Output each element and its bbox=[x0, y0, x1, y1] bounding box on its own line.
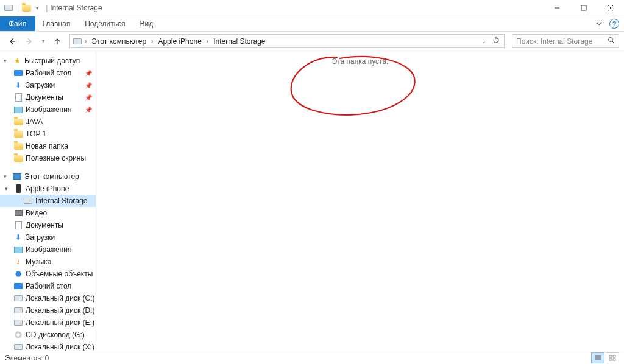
view-icons-button[interactable] bbox=[606, 352, 619, 363]
svg-rect-15 bbox=[613, 359, 615, 360]
ribbon: Файл Главная Поделиться Вид ? bbox=[0, 16, 624, 32]
search-input[interactable] bbox=[516, 37, 608, 46]
sidebar-item-label: Объемные объекты bbox=[26, 270, 93, 278]
sidebar-item-label: Видео bbox=[26, 209, 47, 217]
quick-access-group: ▾ ★ Быстрый доступ Рабочий стол📌⬇Загрузк… bbox=[0, 55, 96, 164]
chevron-right-icon[interactable]: › bbox=[85, 38, 87, 44]
sidebar-item[interactable]: Локальный диск (C:) bbox=[0, 292, 96, 304]
search-box[interactable] bbox=[512, 34, 619, 48]
sidebar-item[interactable]: Локальный диск (D:) bbox=[0, 304, 96, 317]
sidebar-item[interactable]: Локальный диск (E:) bbox=[0, 317, 96, 329]
pin-icon: 📌 bbox=[85, 107, 92, 113]
disk-icon bbox=[13, 293, 23, 303]
explorer-body: ▾ ★ Быстрый доступ Рабочий стол📌⬇Загрузк… bbox=[0, 51, 624, 351]
up-button[interactable] bbox=[50, 34, 65, 49]
sidebar-item[interactable]: ⬇Загрузки bbox=[0, 231, 96, 243]
sidebar-item[interactable]: Изображения📌 bbox=[0, 103, 96, 116]
sidebar-item-label: Apple iPhone bbox=[26, 184, 69, 193]
sidebar-item-label: Локальный диск (E:) bbox=[26, 318, 94, 327]
sidebar-item[interactable]: TOP 1 bbox=[0, 128, 96, 140]
down-icon: ⬇ bbox=[13, 233, 23, 242]
breadcrumb-item[interactable]: Apple iPhone bbox=[155, 36, 204, 47]
sidebar-item[interactable]: Internal Storage bbox=[0, 195, 96, 207]
sidebar-item[interactable]: Новая папка bbox=[0, 140, 96, 152]
this-pc-header[interactable]: ▾ Этот компьютер bbox=[0, 170, 96, 183]
cd-icon bbox=[13, 330, 23, 340]
sidebar-item-label: Документы bbox=[26, 221, 63, 229]
chevron-right-icon[interactable]: › bbox=[207, 38, 208, 44]
close-button[interactable] bbox=[597, 0, 624, 16]
pic-icon bbox=[13, 105, 23, 114]
sidebar-item-label: Музыка bbox=[26, 257, 51, 266]
breadcrumb-item[interactable]: Этот компьютер bbox=[89, 36, 149, 47]
sidebar-item[interactable]: Рабочий стол bbox=[0, 280, 96, 292]
svg-rect-13 bbox=[613, 355, 615, 357]
drive-icon bbox=[4, 3, 13, 13]
tab-view[interactable]: Вид bbox=[132, 16, 160, 31]
forward-button[interactable] bbox=[22, 34, 37, 49]
quick-access-label: Быстрый доступ bbox=[24, 57, 80, 65]
ribbon-expand-icon[interactable] bbox=[591, 16, 607, 31]
sidebar-item[interactable]: Рабочий стол📌 bbox=[0, 67, 96, 79]
sidebar-item[interactable]: CD-дисковод (G:) bbox=[0, 329, 96, 341]
pic-icon bbox=[13, 245, 23, 254]
sidebar-item[interactable]: JAVA bbox=[0, 116, 96, 128]
recent-dropdown-icon[interactable]: ▾ bbox=[39, 34, 48, 49]
sidebar-item-label: Локальный диск (X:) bbox=[26, 343, 94, 351]
sidebar-item-label: CD-дисковод (G:) bbox=[26, 331, 85, 339]
address-dropdown-icon[interactable]: ⌄ bbox=[478, 38, 489, 44]
caret-down-icon[interactable]: ▾ bbox=[4, 173, 10, 180]
sidebar-item-label: Новая папка bbox=[26, 142, 68, 150]
quick-access-header[interactable]: ▾ ★ Быстрый доступ bbox=[0, 55, 96, 67]
sidebar-item-label: Internal Storage bbox=[35, 197, 87, 205]
doc-icon bbox=[13, 93, 23, 102]
sidebar-item[interactable]: Изображения bbox=[0, 243, 96, 256]
sidebar-item[interactable]: ♪Музыка bbox=[0, 256, 96, 268]
sidebar-item[interactable]: ⬣Объемные объекты bbox=[0, 268, 96, 280]
title-sep-2: | bbox=[46, 4, 48, 12]
sidebar-item-label: Рабочий стол bbox=[26, 69, 71, 77]
sidebar-item[interactable]: Локальный диск (X:) bbox=[0, 341, 96, 351]
window-title: Internal Storage bbox=[50, 4, 102, 12]
qat-dropdown-icon[interactable]: ▾ bbox=[32, 3, 42, 13]
folder-content[interactable]: Эта папка пуста. bbox=[96, 51, 624, 351]
folder-icon bbox=[13, 141, 23, 151]
sidebar-item[interactable]: ▾Apple iPhone bbox=[0, 183, 96, 195]
svg-point-7 bbox=[609, 38, 613, 42]
minimize-icon bbox=[554, 5, 560, 11]
breadcrumb-item[interactable]: Internal Storage bbox=[211, 36, 268, 47]
sidebar-item[interactable]: Документы bbox=[0, 219, 96, 231]
caret-down-icon[interactable]: ▾ bbox=[4, 58, 10, 64]
chevron-right-icon[interactable]: › bbox=[151, 38, 153, 44]
caret-down-icon[interactable]: ▾ bbox=[5, 186, 11, 192]
search-icon[interactable] bbox=[608, 37, 615, 46]
maximize-button[interactable] bbox=[570, 0, 597, 16]
tab-home[interactable]: Главная bbox=[35, 16, 78, 31]
tab-share[interactable]: Поделиться bbox=[77, 16, 132, 31]
view-toggles bbox=[591, 352, 619, 363]
title-bar: | ▾ | Internal Storage bbox=[0, 0, 624, 16]
sidebar-item-label: JAVA bbox=[26, 117, 43, 126]
sidebar-item-label: TOP 1 bbox=[26, 130, 46, 138]
view-details-button[interactable] bbox=[591, 352, 604, 363]
sidebar-item-label: Загрузки bbox=[26, 81, 55, 89]
navigation-bar: ▾ › Этот компьютер › Apple iPhone › Inte… bbox=[0, 32, 624, 51]
address-bar[interactable]: › Этот компьютер › Apple iPhone › Intern… bbox=[69, 34, 505, 48]
sidebar-item[interactable]: Документы📌 bbox=[0, 91, 96, 103]
sidebar-item[interactable]: ⬇Загрузки📌 bbox=[0, 79, 96, 91]
navigation-pane[interactable]: ▾ ★ Быстрый доступ Рабочий стол📌⬇Загрузк… bbox=[0, 51, 96, 351]
pin-icon: 📌 bbox=[85, 82, 92, 89]
forward-icon bbox=[25, 37, 34, 46]
back-button[interactable] bbox=[5, 34, 20, 49]
minimize-button[interactable] bbox=[544, 0, 570, 16]
address-drive-icon bbox=[73, 37, 82, 46]
refresh-button[interactable] bbox=[491, 37, 502, 46]
sidebar-item-label: Изображения bbox=[26, 245, 71, 254]
file-tab[interactable]: Файл bbox=[0, 16, 35, 31]
help-button[interactable]: ? bbox=[609, 19, 619, 29]
sidebar-item[interactable]: Полезные скрины bbox=[0, 152, 96, 164]
folder-icon bbox=[13, 129, 23, 139]
disk-icon bbox=[13, 306, 23, 315]
svg-rect-1 bbox=[581, 5, 586, 10]
sidebar-item[interactable]: Видео bbox=[0, 207, 96, 219]
